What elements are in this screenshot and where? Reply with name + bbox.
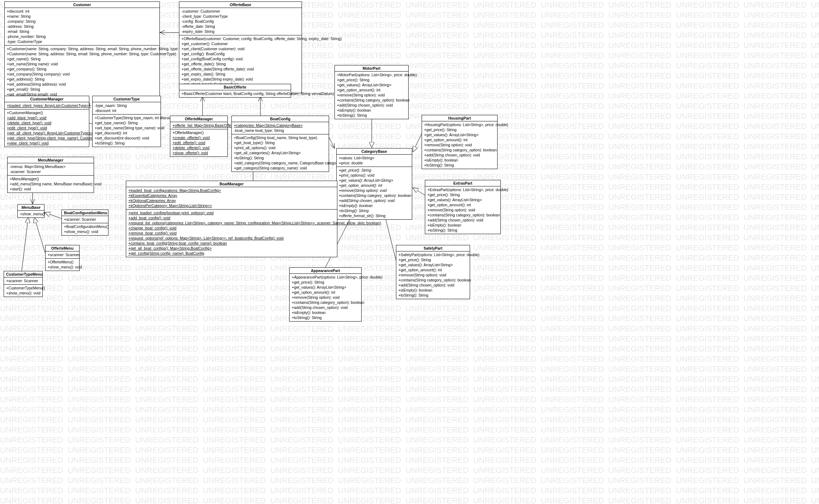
operation-row: +add(String chosen_option): void: [339, 198, 410, 203]
class-title: AppearancePart: [290, 268, 361, 274]
operation-row: +get_values(): ArrayList<String>: [292, 285, 359, 290]
operations-section: +HousingPart(options: List<String>, pric…: [422, 121, 497, 169]
operation-row: +get_values(): ArrayList<String>: [337, 82, 406, 87]
attribute-row: +kOptionalCategories: Array: [128, 198, 335, 203]
class-basic_offerte: BasicOfferte+BasicOfferte(Customer klant…: [179, 84, 291, 98]
attributes-section: +loaded_boat_configurations: Map<String,…: [126, 187, 337, 210]
operation-row: +CustomerManager(): [7, 110, 87, 115]
operation-row: +remove_boat_config(): void: [128, 231, 335, 236]
operation-row: +BoatConfig(String boat_name, String boa…: [234, 135, 327, 140]
class-safety_part: SafetyPart+SafetyPart(options: List<Stri…: [396, 245, 470, 299]
operation-row: +start(): void: [10, 186, 91, 191]
attribute-row: -type: CustomerType: [7, 39, 157, 44]
operation-row: +contains(String category_option): boole…: [398, 277, 468, 283]
attribute-row: +offerte_list: Map<String,BasicOfferte>: [172, 123, 225, 128]
operation-row: +isEmpty(): boolean: [292, 310, 359, 315]
operation-row: +remove(String option): void: [339, 188, 410, 193]
class-title: ExtrasPart: [425, 180, 500, 186]
operation-row: +get_customer(): Customer: [182, 41, 299, 46]
operation-row: +SafetyPart(options: List<String>, price…: [398, 252, 468, 257]
attribute-row: -scanner: Scanner: [10, 169, 91, 174]
operation-row: +get_option_amount(): int: [292, 290, 359, 295]
attribute-row: +loaded_client_types: ArrayList<Customer…: [7, 103, 87, 108]
operation-row: +set_client(Customer customer): void: [182, 46, 299, 51]
operation-row: +print_all_options(): void: [234, 145, 327, 150]
operation-row: +CustomerType(String type_naam, int disc…: [95, 115, 158, 120]
operation-row: +get_option_amount(): int: [424, 137, 495, 142]
class-appearance_part: AppearancePart+AppearancePart(options: L…: [289, 267, 362, 322]
attributes-section: -menus: Map<String,MenuBase>-scanner: Sc…: [8, 163, 94, 176]
operation-row: +show_menu(): void: [64, 229, 106, 234]
operation-row: +get_address(): String: [7, 77, 157, 82]
class-title: CategoryBase: [337, 148, 412, 155]
class-motor_part: MotorPart+MotorPart(options: List<String…: [334, 65, 409, 119]
operations-section: +get_price(): String+print_options(): vo…: [337, 167, 412, 219]
operation-row: +OfferteMenu(): [48, 259, 77, 264]
class-housing_part: HousingPart+HousingPart(options: List<St…: [422, 115, 498, 169]
attribute-row: -menus: Map<String,MenuBase>: [10, 164, 91, 169]
class-title: MotorPart: [335, 65, 408, 72]
operation-row: +add(String chosen_option): void: [424, 152, 495, 158]
class-title: MenuManager: [8, 157, 94, 163]
operation-row: +contains(String category_option): boole…: [337, 98, 406, 103]
operation-row: +contains(String category_option): boole…: [339, 193, 410, 198]
operation-row: +get_config(String config_name): BoatCon…: [128, 251, 335, 256]
operation-row: +get_option_amount(): int: [337, 87, 406, 92]
operations-section: +CustomerTypeMenu()+show_menu(): void: [4, 285, 42, 297]
operation-row: +create_offerte(): void: [172, 135, 225, 140]
operation-row: +set_company(String company): void: [7, 72, 157, 77]
operation-row: +toString(): String: [95, 141, 158, 146]
operation-row: +add_klant_type(): void: [7, 115, 87, 120]
operations-section: +BasicOfferte(Customer klant, BoatConfig…: [179, 90, 291, 97]
attribute-row: -customer: Custommer: [182, 9, 299, 14]
operation-row: +AppearancePart(options: List<String>, p…: [292, 275, 359, 280]
operation-row: +remove(String option): void: [292, 295, 359, 300]
operation-row: +get_price(): String: [398, 257, 468, 262]
operation-row: +Customer(name: String, company: String,…: [7, 46, 157, 51]
operation-row: +show_menu(): void: [48, 264, 77, 270]
operation-row: +contains_boat_config(String boat_config…: [128, 241, 335, 246]
operation-row: +add(String chosen_option): void: [398, 283, 468, 288]
attribute-row: -phone_number: String: [7, 34, 157, 39]
operation-row: +edit_offerte(): void: [172, 140, 225, 145]
attributes-section: -type_naam: String-discount: int: [93, 102, 161, 115]
operation-row: +BoatConfigurationMenu(): [64, 224, 106, 229]
operation-row: +add(String chosen_option): void: [337, 103, 406, 108]
operation-row: +get_boat_type(): String: [234, 140, 327, 145]
class-title: BoatManager: [126, 181, 337, 187]
attributes-section: +categories: Map<String,CategoryBase>-bo…: [232, 122, 329, 134]
operations-section: +MenuManager()+add_menu(String name, Men…: [8, 176, 94, 193]
class-title: HousingPart: [422, 115, 497, 121]
operation-row: +remove(String option): void: [398, 272, 468, 277]
attributes-section: +offerte_list: Map<String,BasicOfferte>: [170, 122, 227, 129]
operations-section: +ExtrasPart(options: List<String>, price…: [425, 186, 500, 234]
operation-row: +toString(): String: [398, 293, 468, 298]
operation-row: +MotorPart(options: List<String>, price:…: [337, 72, 406, 77]
attribute-row: +kOptionsPerCategory: Map<String,List<St…: [128, 203, 335, 208]
attribute-row: -expiry_date: String: [182, 29, 299, 34]
operations-section: +BoatConfigurationMenu()+show_menu(): vo…: [62, 223, 108, 235]
operation-row: +HousingPart(options: List<String>, pric…: [424, 122, 495, 127]
operation-row: +show_menu(): [20, 211, 42, 216]
operation-row: +edit_client_type(): void: [7, 125, 87, 130]
attributes-section: +discount: int+name: String-company: Str…: [5, 8, 159, 46]
operations-section: +AppearancePart(options: List<String>, p…: [290, 274, 361, 321]
class-title: Customer: [5, 2, 159, 8]
class-boat_config_menu: BoatConfigurationMenu+scanner: Scanner+B…: [61, 210, 108, 236]
attributes-section: +values: List<String>+price: double: [337, 155, 412, 167]
attribute-row: +categories: Map<String,CategoryBase>: [234, 123, 327, 128]
attribute-row: +price: double: [339, 160, 410, 165]
operation-row: +remove(String option): void: [337, 92, 406, 98]
operation-row: +print_loaded_configs(boolean print_opti…: [128, 210, 335, 215]
operation-row: +get_expiry_date(): String: [182, 72, 299, 77]
operation-row: +get_client_type(String client_type_name…: [7, 135, 87, 141]
class-title: CustomerType: [93, 96, 161, 102]
operation-row: +add_category(String category_name, Cate…: [234, 160, 327, 165]
operation-row: +set_name(String name): void: [7, 61, 157, 66]
operation-row: +toString(): String: [337, 113, 406, 118]
operation-row: +offerte_format_str(): String: [339, 213, 410, 218]
operations-section: +show_menu(): [18, 211, 44, 217]
class-menu_manager: MenuManager-menus: Map<String,MenuBase>-…: [7, 157, 94, 193]
operation-row: +get_name(): String: [7, 56, 157, 61]
class-title: OfferteBase: [179, 2, 302, 8]
